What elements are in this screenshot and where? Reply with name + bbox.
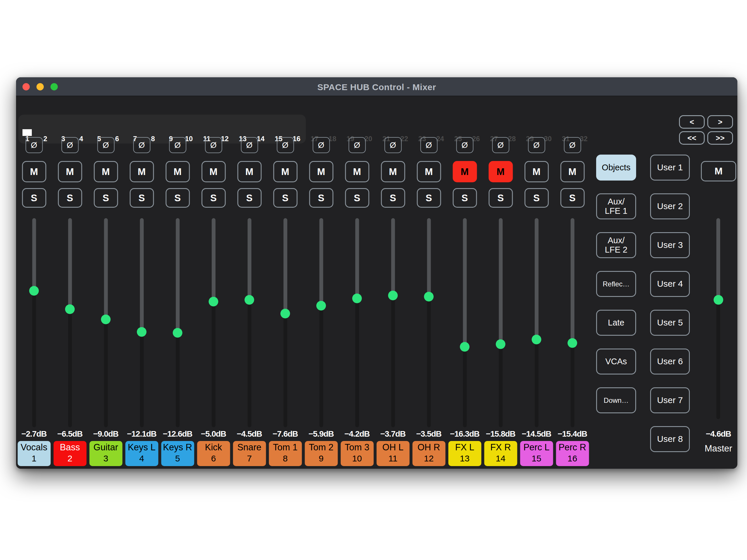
fader-thumb[interactable] <box>568 338 577 348</box>
fader-track[interactable] <box>283 218 287 427</box>
fader-track[interactable] <box>68 218 72 427</box>
mute-button[interactable]: M <box>524 161 548 182</box>
solo-button[interactable]: S <box>417 188 441 208</box>
channel-label[interactable]: Keys R 5 <box>161 441 194 466</box>
mute-button[interactable]: M <box>453 161 477 182</box>
solo-button[interactable]: S <box>273 188 297 208</box>
user-button-1[interactable]: User 1 <box>650 155 690 181</box>
master-fader-thumb[interactable] <box>714 295 723 304</box>
channel-label[interactable]: FX L 13 <box>448 441 481 466</box>
user-button-8[interactable]: User 8 <box>650 426 690 452</box>
phase-button[interactable]: Ø <box>420 137 437 153</box>
channel-label[interactable]: Tom 2 9 <box>305 441 338 466</box>
fader-thumb[interactable] <box>137 327 147 337</box>
bus-button-late[interactable]: Late <box>596 310 636 336</box>
phase-button[interactable]: Ø <box>564 137 581 153</box>
bus-button-objects[interactable]: Objects <box>596 155 636 181</box>
next-bank-button[interactable]: >> <box>707 131 733 145</box>
fader-track[interactable] <box>570 218 574 427</box>
mute-button[interactable]: M <box>560 161 585 182</box>
fader-track[interactable] <box>211 218 215 427</box>
fader-thumb[interactable] <box>532 335 541 344</box>
mute-button[interactable]: M <box>165 161 190 182</box>
fader-track[interactable] <box>32 218 36 427</box>
user-button-4[interactable]: User 4 <box>650 271 690 297</box>
phase-button[interactable]: Ø <box>169 137 186 153</box>
mute-button[interactable]: M <box>417 161 441 182</box>
phase-button[interactable]: Ø <box>528 137 545 153</box>
channel-label[interactable]: Bass 2 <box>53 441 86 466</box>
mute-button[interactable]: M <box>488 161 513 182</box>
master-mute-button[interactable]: M <box>701 161 736 181</box>
bus-button-vcas[interactable]: VCAs <box>596 349 636 374</box>
channel-label[interactable]: Keys L 4 <box>125 441 158 466</box>
mute-button[interactable]: M <box>94 161 118 182</box>
channel-label[interactable]: OH R 12 <box>412 441 445 466</box>
phase-button[interactable]: Ø <box>312 137 330 153</box>
fader-track[interactable] <box>535 218 538 427</box>
mute-button[interactable]: M <box>58 161 82 182</box>
channel-label[interactable]: Guitar 3 <box>89 441 122 466</box>
user-button-3[interactable]: User 3 <box>650 232 690 258</box>
channel-label[interactable]: Perc R 16 <box>556 441 589 466</box>
fader-track[interactable] <box>499 218 503 427</box>
fader-thumb[interactable] <box>316 301 326 310</box>
fader-thumb[interactable] <box>65 304 75 314</box>
solo-button[interactable]: S <box>345 188 369 208</box>
solo-button[interactable]: S <box>22 188 46 208</box>
user-button-6[interactable]: User 6 <box>650 349 690 374</box>
user-button-2[interactable]: User 2 <box>650 193 690 219</box>
mute-button[interactable]: M <box>345 161 369 182</box>
solo-button[interactable]: S <box>560 188 585 208</box>
fader-track[interactable] <box>140 218 144 427</box>
solo-button[interactable]: S <box>94 188 118 208</box>
channel-label[interactable]: Perc L 15 <box>520 441 553 466</box>
fader-thumb[interactable] <box>496 339 506 349</box>
solo-button[interactable]: S <box>237 188 261 208</box>
bus-button-downmix[interactable]: Down… <box>596 387 636 413</box>
solo-button[interactable]: S <box>309 188 333 208</box>
channel-label[interactable]: Snare 7 <box>233 441 266 466</box>
bus-button-aux-lfe-2[interactable]: Aux/LFE 2 <box>596 232 636 258</box>
fader-track[interactable] <box>176 218 179 427</box>
phase-button[interactable]: Ø <box>205 137 222 153</box>
phase-button[interactable]: Ø <box>384 137 402 153</box>
fader-track[interactable] <box>355 218 359 427</box>
mute-button[interactable]: M <box>309 161 333 182</box>
fader-thumb[interactable] <box>424 292 434 301</box>
phase-button[interactable]: Ø <box>349 137 366 153</box>
solo-button[interactable]: S <box>165 188 190 208</box>
fader-track[interactable] <box>463 218 467 427</box>
phase-button[interactable]: Ø <box>241 137 258 153</box>
fader-track[interactable] <box>319 218 323 427</box>
phase-button[interactable]: Ø <box>61 137 78 153</box>
fader-thumb[interactable] <box>460 342 469 351</box>
solo-button[interactable]: S <box>488 188 513 208</box>
mute-button[interactable]: M <box>22 161 46 182</box>
fader-track[interactable] <box>427 218 431 427</box>
bus-button-reflections[interactable]: Reflec… <box>596 271 636 297</box>
prev-channel-button[interactable]: < <box>679 115 705 129</box>
channel-label[interactable]: Tom 3 10 <box>340 441 374 466</box>
mute-button[interactable]: M <box>130 161 154 182</box>
user-button-7[interactable]: User 7 <box>650 387 690 413</box>
fader-thumb[interactable] <box>244 295 254 304</box>
solo-button[interactable]: S <box>381 188 405 208</box>
solo-button[interactable]: S <box>58 188 82 208</box>
fader-thumb[interactable] <box>29 286 39 295</box>
phase-button[interactable]: Ø <box>97 137 114 153</box>
phase-button[interactable]: Ø <box>277 137 294 153</box>
channel-label[interactable]: Tom 1 8 <box>269 441 302 466</box>
phase-button[interactable]: Ø <box>133 137 150 153</box>
mute-button[interactable]: M <box>237 161 261 182</box>
phase-button[interactable]: Ø <box>25 137 43 153</box>
master-fader-track[interactable] <box>716 218 720 419</box>
fader-track[interactable] <box>248 218 251 427</box>
fader-thumb[interactable] <box>173 328 182 338</box>
bus-button-aux-lfe-1[interactable]: Aux/LFE 1 <box>596 193 636 219</box>
prev-bank-button[interactable]: << <box>679 131 705 145</box>
phase-button[interactable]: Ø <box>456 137 473 153</box>
next-channel-button[interactable]: > <box>707 115 733 129</box>
channel-label[interactable]: FX R 14 <box>484 441 517 466</box>
channel-label[interactable]: OH L 11 <box>377 441 409 466</box>
